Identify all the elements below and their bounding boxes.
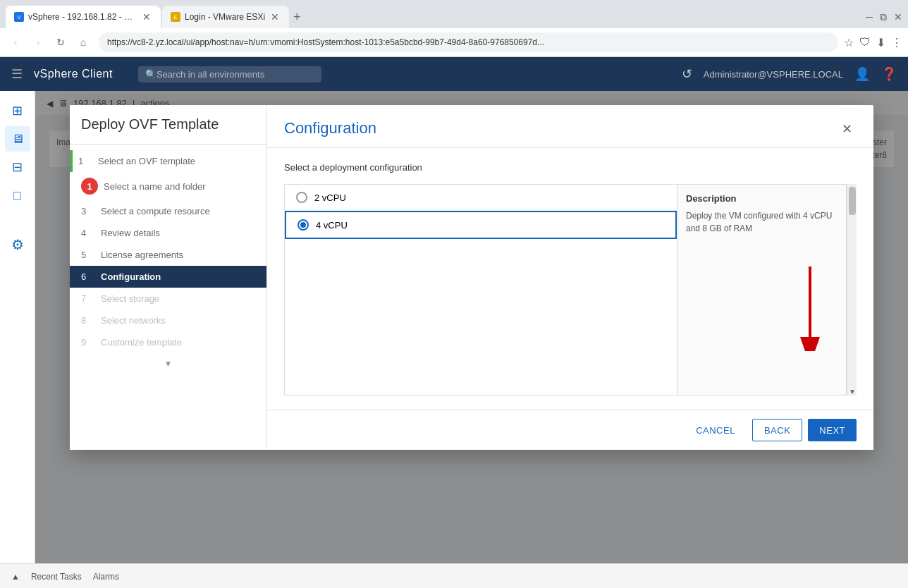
left-sidebar: ⊞ 🖥 ⊟ □ ⚙: [0, 91, 35, 563]
step7-num: 7: [81, 293, 95, 304]
user-avatar-icon[interactable]: 👤: [854, 66, 870, 82]
alarms-label[interactable]: Alarms: [93, 572, 119, 582]
minimize-icon[interactable]: ─: [866, 11, 873, 23]
wizard-step-2[interactable]: 1 Select a name and folder: [70, 172, 266, 200]
step8-label: Select networks: [101, 315, 166, 326]
wizard-step-9: 9 Customize template: [70, 331, 266, 353]
step1-num: 1: [78, 156, 92, 166]
step6-label: Configuration: [101, 271, 161, 282]
step3-num: 3: [81, 206, 95, 216]
user-menu[interactable]: Administrator@VSPHERE.LOCAL: [704, 69, 843, 80]
step4-label: Review details: [101, 228, 160, 238]
vsphere-header: ☰ vSphere Client 🔍 ↺ Administrator@VSPHE…: [0, 57, 908, 91]
step3-label: Select a compute resource: [101, 206, 210, 216]
wizard-step-4[interactable]: 4 Review details: [70, 222, 266, 244]
wizard-step-1[interactable]: 1 Select an OVF template: [70, 150, 266, 172]
tab-bar: V vSphere - 192.168.1.82 - Summ... ✕ E L…: [0, 0, 908, 28]
wizard-main-header: Configuration ✕: [267, 105, 873, 148]
deployment-subtitle: Select a deployment configuration: [284, 162, 857, 173]
search-icon: 🔍: [145, 69, 157, 80]
wizard-step-3[interactable]: 3 Select a compute resource: [70, 200, 266, 222]
address-input[interactable]: [99, 32, 838, 52]
step9-num: 9: [81, 337, 95, 348]
back-nav-button[interactable]: ‹: [6, 32, 25, 52]
home-nav-button[interactable]: ⌂: [73, 32, 93, 52]
reload-nav-button[interactable]: ↻: [51, 32, 70, 52]
bottom-bar: ▲ Recent Tasks Alarms: [0, 563, 908, 588]
restore-icon[interactable]: ⧉: [880, 11, 887, 23]
radio-4vcpu[interactable]: [297, 219, 309, 231]
sidebar-vm-icon[interactable]: □: [5, 183, 30, 208]
sidebar-settings-icon[interactable]: ⚙: [5, 232, 30, 257]
hamburger-menu[interactable]: ☰: [11, 66, 23, 82]
tab-vsphere[interactable]: V vSphere - 192.168.1.82 - Summ... ✕: [6, 6, 161, 28]
browser-actions: ☆ 🛡 ⬇ ⋮: [844, 36, 902, 49]
address-bar: ‹ › ↻ ⌂ ☆ 🛡 ⬇ ⋮: [0, 28, 908, 56]
config-option-4vcpu[interactable]: 4 vCPU: [285, 211, 677, 239]
tab-add-button[interactable]: +: [293, 10, 301, 25]
search-input[interactable]: [157, 69, 312, 80]
config-option-2vcpu[interactable]: 2 vCPU: [285, 185, 677, 211]
download-icon[interactable]: ⬇: [876, 36, 885, 49]
description-text: Deploy the VM configured with 4 vCPU and…: [686, 209, 838, 235]
recent-tasks-label[interactable]: Recent Tasks: [31, 572, 82, 582]
step5-label: License agreements: [101, 250, 183, 260]
step1-label: Select an OVF template: [98, 156, 195, 166]
modal-backdrop: Deploy OVF Template 1 Select an OVF temp…: [35, 91, 908, 563]
refresh-button[interactable]: ↺: [682, 66, 692, 82]
close-window-icon[interactable]: ✕: [894, 11, 902, 23]
tab-close-esxi[interactable]: ✕: [269, 11, 281, 23]
wizard-step-7: 7 Select storage: [70, 288, 266, 310]
tab-controls: ─ ⧉ ✕: [866, 11, 902, 23]
wizard-main: Configuration ✕ Select a deployment conf…: [267, 105, 873, 450]
global-search: 🔍: [138, 66, 321, 82]
deploy-ovf-dialog: Deploy OVF Template 1 Select an OVF temp…: [70, 105, 873, 450]
dialog-close-button[interactable]: ✕: [837, 119, 857, 139]
step7-label: Select storage: [101, 293, 159, 304]
shield-icon: 🛡: [859, 36, 871, 49]
wizard-step-8: 8 Select networks: [70, 310, 266, 331]
step6-num: 6: [81, 271, 95, 282]
scroll-thumb[interactable]: [849, 187, 856, 215]
step1-green-bar: [70, 150, 73, 172]
config-layout: 2 vCPU 4 vCPU: [284, 184, 857, 396]
sidebar-policy-icon[interactable]: ⊟: [5, 154, 30, 180]
tab-title-vsphere: vSphere - 192.168.1.82 - Summ...: [28, 12, 137, 22]
tab-favicon-esxi: E: [171, 12, 180, 22]
forward-nav-button[interactable]: ›: [28, 32, 48, 52]
radio-2vcpu[interactable]: [296, 192, 307, 203]
sidebar-scroll-down-arrow[interactable]: ▼: [164, 359, 173, 369]
tab-favicon-vsphere: V: [14, 12, 24, 22]
main-scrollbar[interactable]: ▲ ▼: [847, 184, 857, 396]
wizard-main-body: Select a deployment configuration 2 vCPU: [267, 148, 873, 410]
bookmark-icon[interactable]: ☆: [844, 36, 854, 49]
config-description-panel: Description Deploy the VM configured wit…: [677, 184, 847, 396]
tab-close-vsphere[interactable]: ✕: [141, 11, 152, 23]
back-button[interactable]: BACK: [752, 419, 802, 441]
wizard-step-6[interactable]: 6 Configuration: [70, 266, 266, 288]
option-4vcpu-label: 4 vCPU: [316, 220, 348, 231]
tab-esxi[interactable]: E Login - VMware ESXi ✕: [162, 6, 289, 28]
sidebar-scroll-down[interactable]: ▼: [70, 359, 266, 369]
tab-title-esxi: Login - VMware ESXi: [185, 12, 265, 22]
app-logo: vSphere Client: [34, 68, 113, 80]
expand-icon[interactable]: ▲: [11, 572, 20, 582]
content-area: ◀ 🖥 192.168.1.82 | actions Image Profile…: [35, 91, 908, 563]
sidebar-shortcut-icon[interactable]: ⊞: [5, 98, 30, 123]
dialog-content: Deploy OVF Template 1 Select an OVF temp…: [70, 105, 873, 450]
menu-icon[interactable]: ⋮: [891, 36, 902, 49]
wizard-steps: 1 Select an OVF template 1 Select a name…: [70, 150, 266, 353]
sidebar-inventory-icon[interactable]: 🖥: [5, 126, 30, 152]
main-area: ⊞ 🖥 ⊟ □ ⚙ ◀ 🖥 192.168.1.82 | actions Ima…: [0, 91, 908, 563]
help-icon[interactable]: ❓: [881, 66, 897, 82]
wizard-step-5[interactable]: 5 License agreements: [70, 244, 266, 266]
next-button[interactable]: NEXT: [808, 419, 857, 441]
description-title: Description: [686, 193, 838, 204]
page-title: Configuration: [284, 119, 376, 137]
wizard-sidebar: Deploy OVF Template 1 Select an OVF temp…: [70, 105, 267, 450]
step4-num: 4: [81, 228, 95, 238]
scroll-down-arrow[interactable]: ▼: [847, 388, 857, 396]
header-right: ↺ Administrator@VSPHERE.LOCAL 👤 ❓: [682, 66, 897, 82]
config-options-panel: 2 vCPU 4 vCPU: [284, 184, 677, 396]
cancel-button[interactable]: CANCEL: [685, 419, 747, 441]
